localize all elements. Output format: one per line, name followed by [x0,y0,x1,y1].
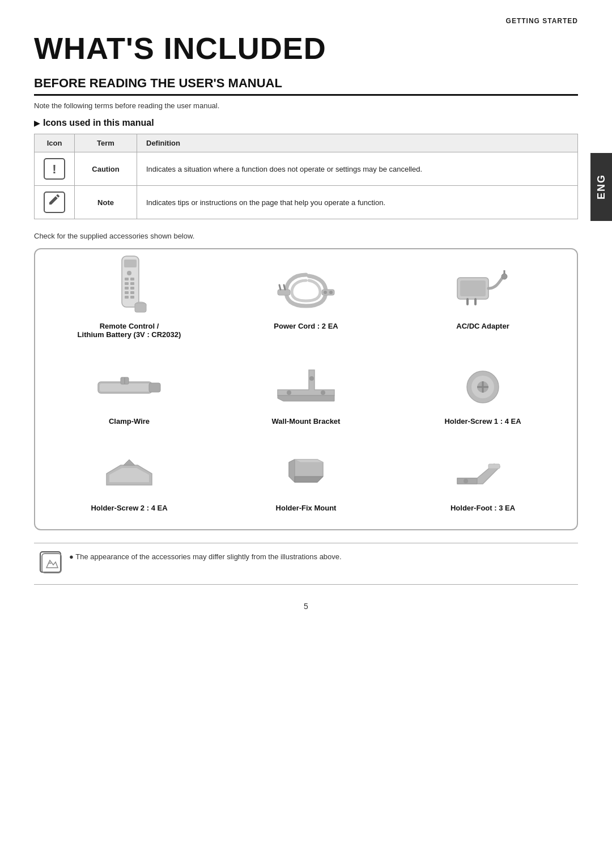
svg-rect-7 [125,287,129,290]
svg-rect-11 [125,296,129,299]
svg-rect-4 [130,278,134,280]
svg-rect-12 [130,296,134,299]
accessory-holder-screw-2: Holder-Screw 2 : 4 EA [41,442,218,518]
intro-text: Note the following terms before reading … [34,101,578,110]
table-row: ! Caution Indicates a situation where a … [35,152,578,186]
table-header-definition: Definition [137,134,578,152]
note-term: Note [75,186,137,219]
accessory-holder-fix-mount: Holder-Fix Mount [218,442,394,518]
holder-screw-1-image [446,361,520,412]
wall-mount-bracket-label: Wall-Mount Bracket [272,417,341,426]
accessory-holder-foot: Holder-Foot : 3 EA [394,442,571,518]
note-content: ● The appearance of the accessories may … [69,551,342,561]
section-title: BEFORE READING THE USER'S MANUAL [34,76,578,96]
note-definition: Indicates tips or instructions on the pa… [137,186,578,219]
power-cord-label: Power Cord : 2 EA [274,322,338,330]
svg-line-16 [279,285,280,290]
check-text: Check for the supplied accessories shown… [34,232,578,240]
svg-rect-6 [130,282,134,285]
accessories-box: Remote Control /Lithium Battery (3V : CR… [34,248,578,530]
caution-icon-cell: ! [35,152,75,186]
table-header-icon: Icon [35,134,75,152]
accessory-wall-mount-bracket: Wall-Mount Bracket [218,356,394,431]
accessory-clamp-wire: Clamp-Wire [41,356,218,431]
svg-point-20 [329,291,333,294]
svg-rect-22 [460,280,486,296]
svg-marker-46 [295,459,323,462]
holder-foot-image [446,448,520,499]
remote-control-label: Remote Control /Lithium Battery (3V : CR… [78,322,181,339]
clamp-wire-label: Clamp-Wire [109,417,150,426]
wall-mount-bracket-image [269,361,343,412]
language-tab: ENG [590,153,612,221]
svg-rect-8 [130,287,134,290]
svg-marker-36 [278,395,334,401]
icons-table: Icon Term Definition ! Caution Indicates… [34,134,578,219]
remote-control-image [92,266,166,317]
note-icon-cell [35,186,75,219]
note-icon-box [40,551,61,576]
caution-definition: Indicates a situation where a function d… [137,152,578,186]
svg-point-49 [464,479,468,483]
section-header: GETTING STARTED [34,17,578,25]
note-text: The appearance of the accessories may di… [75,552,341,561]
svg-line-17 [284,285,285,290]
holder-screw-1-label: Holder-Screw 1 : 4 EA [444,417,521,426]
holder-screw-2-image [92,448,166,499]
page-title: WHAT'S INCLUDED [34,31,578,66]
clamp-wire-image [92,361,166,412]
ac-dc-adapter-label: AC/DC Adapter [456,322,509,330]
svg-rect-9 [125,291,129,294]
svg-marker-42 [124,459,135,465]
holder-fix-mount-image [269,448,343,499]
icons-heading: Icons used in this manual [34,118,578,128]
svg-rect-14 [135,303,146,312]
svg-rect-50 [488,464,500,469]
caution-icon: ! [44,158,65,180]
note-icon [44,192,65,213]
svg-marker-44 [289,459,295,482]
svg-point-33 [287,390,291,395]
svg-point-23 [502,274,507,279]
svg-rect-31 [149,383,160,392]
svg-rect-3 [125,278,129,280]
svg-rect-5 [125,282,129,285]
svg-marker-32 [278,370,334,395]
holder-screw-2-label: Holder-Screw 2 : 4 EA [91,504,167,512]
accessory-ac-dc-adapter: AC/DC Adapter [394,261,571,344]
table-row: Note Indicates tips or instructions on t… [35,186,578,219]
svg-point-35 [309,376,314,381]
holder-foot-label: Holder-Foot : 3 EA [450,504,515,512]
note-bullet: ● [69,552,75,561]
note-box: ● The appearance of the accessories may … [34,543,578,585]
svg-rect-10 [130,291,134,294]
accessory-remote-control: Remote Control /Lithium Battery (3V : CR… [41,261,218,344]
svg-point-19 [324,291,327,294]
accessory-power-cord: Power Cord : 2 EA [218,261,394,344]
power-cord-image [269,266,343,317]
language-tab-text: ENG [596,174,607,199]
svg-rect-28 [100,384,150,392]
svg-rect-15 [278,290,290,295]
accessory-holder-screw-1: Holder-Screw 1 : 4 EA [394,356,571,431]
svg-point-34 [321,390,325,395]
table-header-term: Term [75,134,137,152]
note-icon-small [40,551,61,573]
ac-dc-adapter-image [446,266,520,317]
svg-point-2 [127,271,131,275]
svg-rect-1 [124,259,137,267]
accessories-grid: Remote Control /Lithium Battery (3V : CR… [41,261,571,518]
caution-term: Caution [75,152,137,186]
page-number: 5 [34,602,578,611]
holder-fix-mount-label: Holder-Fix Mount [276,504,337,512]
